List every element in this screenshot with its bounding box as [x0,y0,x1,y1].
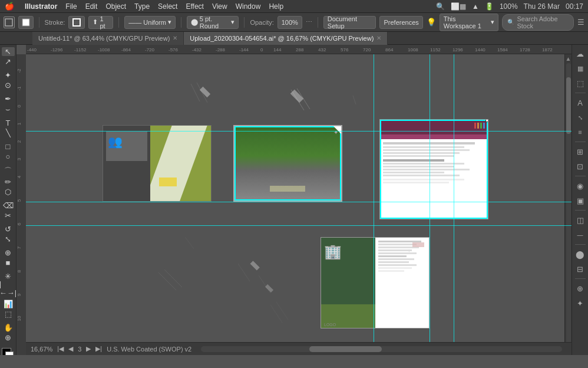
svg-text:288: 288 [296,47,304,52]
probe-icon[interactable]: 💡 [427,18,436,27]
svg-text:-432: -432 [192,47,202,52]
artboard-2: ✦ [233,125,342,202]
doc-setup-button[interactable]: Document Setup [323,16,376,29]
tool-scale[interactable]: ⤡ [2,235,15,244]
svg-text:576: 576 [341,47,349,52]
tab-upload[interactable]: Upload_20200304-054654.ai* @ 16,67% (CMY… [184,32,388,45]
tool-rotate[interactable]: ↺ [2,225,15,234]
menu-help[interactable]: Help [269,2,283,11]
svg-text:6: 6 [16,222,22,225]
zoom-level: 16,67% [31,346,52,353]
tool-direct-select[interactable]: ↗ [2,57,15,66]
panel-pathfinder-icon[interactable]: ⊞ [574,145,587,158]
tool-scissors[interactable]: ✂ [2,211,15,220]
stroke-type-dropdown[interactable]: ——Uniform▾ [124,16,176,29]
menu-edit[interactable]: Edit [85,2,98,11]
tool-hand[interactable]: ✋ [2,323,15,332]
menu-effect[interactable]: Effect [186,2,203,11]
workspace-dropdown[interactable]: This Workspace 1 ▾ [440,14,499,31]
menu-select[interactable]: Select [158,2,177,11]
tool-gradient[interactable]: ■ [2,258,15,267]
tool-select[interactable]: ↖ [2,47,15,56]
panel-transform-icon[interactable]: ⤡ [574,111,587,124]
tool-zoom[interactable]: ⊕ [2,333,15,342]
tab-untitled[interactable]: Untitled-11* @ 63,44% (CMYK/GPU Preview)… [32,32,184,45]
nav-prev[interactable]: |◀ [57,345,64,353]
stroke-width-input[interactable]: ⬆1 pt [88,16,113,29]
nav-next[interactable]: ▶| [95,345,102,353]
more-options[interactable]: ⋯ [306,18,312,26]
tool-column-chart[interactable]: 📊 [2,300,15,308]
tool-brush[interactable]: ⌒ [2,166,15,176]
preferences-button[interactable]: Preferences [379,16,422,29]
guide-horizontal-3 [26,225,572,226]
panel-symbols-icon[interactable]: ✦ [574,297,587,310]
panel-layers-icon[interactable]: ▦ [574,62,587,75]
nav-forward[interactable]: ▶ [86,345,91,353]
menu-object[interactable]: Object [105,2,126,11]
panel-gradient-icon[interactable]: ◫ [574,213,587,226]
panel-char-icon[interactable]: A [574,96,587,109]
tool-shape-builder[interactable]: ⊕ [2,248,15,257]
svg-line-50 [238,264,250,281]
artboard-1: 👥 [103,125,212,202]
tool-pen[interactable]: ✒ [2,94,15,103]
tab-upload-close[interactable]: ✕ [376,35,381,41]
stroke-color[interactable] [68,16,85,29]
menu-window[interactable]: Window [236,2,261,11]
tool-text[interactable]: T [2,119,15,127]
menu-file[interactable]: File [65,2,77,11]
tab-untitled-label: Untitled-11* @ 63,44% (CMYK/GPU Preview) [38,35,170,42]
svg-text:8: 8 [16,270,22,272]
svg-line-52 [270,305,282,323]
tool-eraser[interactable]: ⌫ [2,201,15,210]
panel-properties-icon[interactable]: ⊟ [574,262,587,275]
stock-search-bar[interactable]: 🔍 Search Adobe Stock [502,14,574,31]
svg-text:1584: 1584 [497,47,508,52]
scroll-indicator-right[interactable]: ▲ ▼ [564,54,572,355]
search-icon[interactable]: 🔍 [436,2,445,11]
hamburger-icon[interactable]: ☰ [577,18,584,27]
svg-text:-440: -440 [27,47,37,52]
panel-artboards-icon[interactable]: ⬚ [574,77,587,90]
panel-align-icon[interactable]: ≡ [574,126,587,139]
svg-text:1728: 1728 [520,47,530,52]
svg-rect-1 [22,19,29,26]
panel-navigate-icon[interactable]: ⊕ [574,282,587,295]
svg-text:720: 720 [363,47,371,52]
tool-magic-wand[interactable]: ✦ [2,71,15,80]
svg-text:0: 0 [16,104,22,107]
artboard-4: 🏢 LOGO [321,237,430,328]
opacity-input[interactable]: 100% [278,16,302,29]
apple-menu[interactable]: 🍎 [5,2,14,11]
svg-text:7: 7 [16,246,22,249]
tool-artboard[interactable]: ⬚ [2,310,15,318]
tool-rect[interactable]: □ [2,142,15,151]
panel-stroke-icon[interactable]: — [574,228,587,241]
menu-view[interactable]: View [212,2,227,11]
panel-swatch-icon[interactable]: ▣ [574,194,587,207]
svg-rect-57 [265,284,273,293]
tool-pencil[interactable]: ✏ [2,178,15,186]
panel-opacity-icon[interactable]: ⬤ [574,248,587,261]
nav-back[interactable]: ◀ [68,345,73,353]
svg-rect-54 [200,87,210,97]
canvas-content[interactable]: 👥 ✦ [26,54,572,355]
canvas-area[interactable]: -440 -1296 -1152 -1008 -864 -720 -576 -4… [16,45,572,355]
tool-measure[interactable]: |←→| [2,282,15,295]
tool-line[interactable]: ╲ [2,129,15,137]
panel-library-icon[interactable]: ⊡ [574,160,587,173]
menu-type[interactable]: Type [134,2,150,11]
svg-text:1872: 1872 [542,47,553,52]
tool-ellipse[interactable]: ○ [2,152,15,161]
panel-cloud-icon[interactable]: ☁ [574,47,587,60]
fill-indicator[interactable] [18,16,34,29]
tool-shaper[interactable]: ⬡ [2,188,15,196]
svg-text:1296: 1296 [452,47,463,52]
svg-text:-576: -576 [169,47,179,52]
tool-curvature[interactable]: ⌣ [2,104,15,114]
tool-lasso[interactable]: ⊙ [2,81,15,90]
tab-untitled-close[interactable]: ✕ [173,35,177,41]
brush-size-dropdown[interactable]: ⬤5 pt. Round▾ [187,16,239,29]
panel-color-icon[interactable]: ◉ [574,179,587,192]
